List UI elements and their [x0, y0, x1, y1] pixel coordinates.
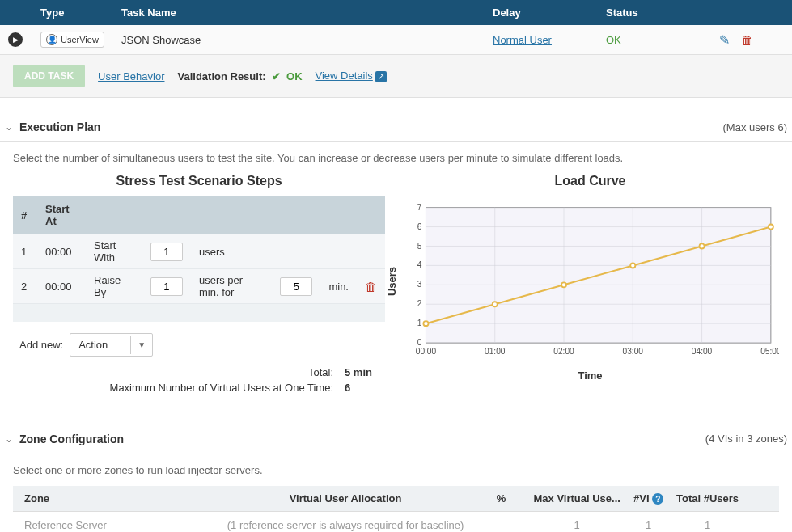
execution-plan-title: Execution Plan [19, 120, 100, 133]
task-table: Type Task Name Delay Status ▶ 👤 UserView… [0, 0, 792, 55]
steps-title: Stress Test Scenario Steps [13, 174, 385, 188]
zone-config-desc: Select one or more zones to run load inj… [0, 454, 792, 486]
load-curve-chart: Users 0123456700:0001:0002:0003:0004:000… [401, 196, 779, 366]
th-task-name: Task Name [113, 0, 485, 25]
chevron-down-icon: ▼ [130, 336, 152, 354]
scenario-steps-table: # Start At 1 00:00 Start With users 2 00… [13, 196, 385, 322]
zone-config-header: ⌄ Zone Configuration (4 VIs in 3 zones) [0, 424, 792, 454]
zone-row-reference: Reference Server (1 reference server is … [13, 512, 779, 533]
th-type: Type [32, 0, 113, 25]
validation-result-label: Validation Result: [177, 70, 265, 82]
svg-point-30 [493, 302, 498, 306]
th-start-at: Start At [37, 196, 86, 234]
total-label: Total: [308, 366, 333, 378]
task-toolbar: ADD TASK User Behavior Validation Result… [0, 55, 792, 98]
user-icon: 👤 [46, 34, 57, 45]
max-vu-value: 6 [345, 382, 385, 394]
svg-text:6: 6 [417, 222, 422, 231]
th-status: Status [598, 0, 711, 25]
th-delay: Delay [485, 0, 598, 25]
chevron-down-icon[interactable]: ⌄ [5, 121, 13, 133]
delete-icon[interactable]: 🗑 [741, 33, 753, 47]
add-task-button[interactable]: ADD TASK [13, 65, 85, 87]
help-icon[interactable]: ? [652, 493, 663, 505]
svg-text:02:00: 02:00 [553, 347, 574, 356]
max-vu-label: Maximum Number of Virtual Users at One T… [110, 382, 333, 394]
max-users-note: (Max users 6) [723, 121, 787, 133]
svg-text:0: 0 [417, 338, 422, 347]
action-dropdown[interactable]: Action ▼ [70, 333, 153, 357]
chart-xlabel: Time [401, 369, 779, 382]
status-ok: OK [606, 34, 621, 46]
step-row-1: 1 00:00 Start With users [13, 234, 385, 269]
step-row-2: 2 00:00 Raise By users per min. for min.… [13, 269, 385, 304]
execution-plan-header: ⌄ Execution Plan (Max users 6) [0, 112, 792, 142]
th-pct: % [476, 486, 526, 512]
user-behavior-link[interactable]: User Behavior [98, 70, 164, 82]
svg-text:4: 4 [417, 260, 422, 269]
svg-text:1: 1 [417, 319, 422, 327]
svg-point-29 [423, 321, 428, 326]
duration-input[interactable] [280, 277, 312, 296]
check-icon: ✔ [272, 70, 281, 82]
edit-icon[interactable]: ✎ [719, 33, 730, 47]
delete-step-icon[interactable]: 🗑 [365, 280, 377, 293]
th-zone: Zone [13, 486, 215, 512]
svg-point-31 [561, 282, 566, 287]
steps-blank-row [13, 304, 385, 322]
chart-svg: 0123456700:0001:0002:0003:0004:0005:00 [401, 196, 779, 366]
svg-text:7: 7 [417, 203, 422, 212]
action-dropdown-label: Action [70, 334, 130, 356]
chevron-down-icon[interactable]: ⌄ [5, 433, 13, 445]
load-curve-title: Load Curve [401, 174, 779, 188]
start-with-input[interactable] [150, 243, 183, 261]
delay-link[interactable]: Normal User [493, 34, 552, 46]
svg-point-34 [769, 225, 773, 230]
external-link-icon[interactable]: ↗ [375, 71, 387, 82]
add-new-label: Add new: [19, 339, 63, 351]
play-icon[interactable]: ▶ [8, 32, 23, 47]
task-row: ▶ 👤 UserView JSON Showcase Normal User O… [0, 25, 792, 55]
userview-label: UserView [61, 35, 99, 44]
th-num: # [13, 196, 37, 234]
svg-text:01:00: 01:00 [485, 347, 506, 356]
svg-text:2: 2 [417, 299, 422, 308]
th-total: Total #Users [670, 486, 746, 512]
execution-plan-desc: Select the number of simultaneous users … [0, 142, 792, 174]
svg-text:04:00: 04:00 [692, 347, 713, 356]
zone-config-title: Zone Configuration [19, 433, 124, 445]
svg-text:3: 3 [417, 280, 422, 289]
svg-text:05:00: 05:00 [760, 347, 779, 356]
th-max: Max Virtual Use... [527, 486, 628, 512]
zone-config-note: (4 VIs in 3 zones) [705, 433, 787, 445]
chart-ylabel: Users [386, 267, 398, 296]
zone-table: Zone Virtual User Allocation % Max Virtu… [13, 486, 779, 533]
svg-text:00:00: 00:00 [416, 347, 437, 356]
validation-ok: OK [286, 70, 303, 82]
view-details-link[interactable]: View Details [316, 70, 373, 82]
th-vi: #VI ? [628, 486, 670, 512]
userview-button[interactable]: 👤 UserView [40, 32, 104, 48]
total-value: 5 min [345, 366, 385, 378]
svg-text:03:00: 03:00 [623, 347, 644, 356]
svg-text:5: 5 [417, 242, 422, 251]
svg-point-33 [700, 243, 705, 248]
th-alloc: Virtual User Allocation [215, 486, 476, 512]
raise-by-input[interactable] [150, 277, 183, 296]
svg-point-32 [630, 263, 635, 268]
task-name-cell: JSON Showcase [113, 25, 485, 55]
